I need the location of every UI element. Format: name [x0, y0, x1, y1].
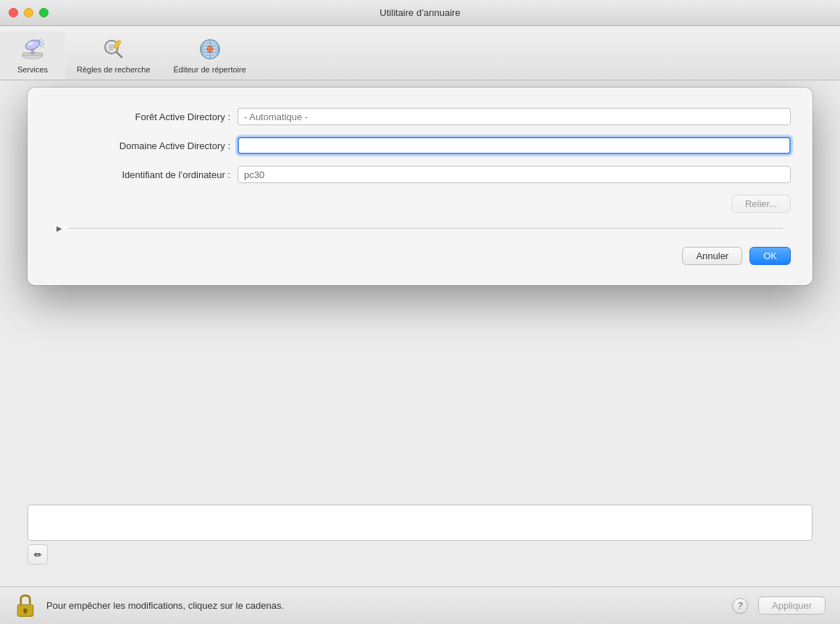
regles-tab-icon — [99, 35, 128, 64]
active-directory-dialog: Forêt Active Directory : Domaine Active … — [28, 88, 812, 285]
edit-button[interactable]: ✏ — [28, 544, 48, 565]
domaine-label: Domaine Active Directory : — [49, 140, 238, 151]
domaine-input[interactable] — [238, 137, 791, 154]
edit-button-row: ✏ — [28, 544, 48, 565]
toolbar: Services Règles de recher — [0, 26, 840, 80]
tab-services[interactable]: Services — [0, 32, 65, 80]
ok-button[interactable]: OK — [749, 247, 791, 265]
svg-point-3 — [25, 38, 41, 51]
main-content: Forêt Active Directory : Domaine Active … — [0, 80, 840, 624]
expand-section: ▶ — [49, 224, 791, 232]
tab-regles[interactable]: Règles de recherche — [65, 32, 162, 80]
titlebar: Utilitaire d’annuaire — [0, 0, 840, 26]
svg-rect-22 — [25, 610, 27, 614]
svg-line-7 — [117, 52, 122, 57]
close-button[interactable] — [9, 8, 18, 17]
annuler-button[interactable]: Annuler — [682, 247, 742, 265]
relier-row: Relier... — [49, 195, 791, 213]
svg-point-19 — [209, 48, 211, 51]
dialog-buttons: Annuler OK — [49, 247, 791, 265]
pencil-icon: ✏ — [34, 549, 42, 560]
domaine-row: Domaine Active Directory : — [49, 137, 791, 154]
window: Utilitaire d’annuaire — [0, 0, 840, 624]
bottom-bar: Pour empêcher les modifications, cliquez… — [0, 586, 840, 624]
window-controls — [9, 8, 49, 17]
tab-services-label: Services — [17, 65, 48, 74]
window-title: Utilitaire d’annuaire — [379, 7, 460, 18]
tab-editeur-label: Éditeur de répertoire — [174, 65, 246, 74]
lock-icon[interactable] — [14, 593, 36, 619]
tab-editeur[interactable]: Éditeur de répertoire — [162, 32, 258, 80]
maximize-button[interactable] — [39, 8, 49, 17]
appliquer-button[interactable]: Appliquer — [758, 596, 826, 615]
lock-description: Pour empêcher les modifications, cliquez… — [46, 600, 722, 611]
identifiant-label: Identifiant de l’ordinateur : — [49, 169, 238, 180]
foret-input[interactable] — [238, 108, 791, 125]
help-button[interactable]: ? — [732, 598, 748, 614]
tab-regles-label: Règles de recherche — [77, 65, 151, 74]
services-tab-icon — [18, 35, 47, 64]
divider-line — [68, 228, 784, 229]
foret-label: Forêt Active Directory : — [49, 111, 238, 122]
directory-table — [28, 505, 812, 541]
editeur-tab-icon — [196, 35, 224, 64]
help-icon: ? — [738, 601, 743, 611]
expand-triangle-icon[interactable]: ▶ — [56, 224, 62, 232]
minimize-button[interactable] — [24, 8, 33, 17]
foret-row: Forêt Active Directory : — [49, 108, 791, 125]
identifiant-input[interactable] — [238, 166, 791, 183]
identifiant-row: Identifiant de l’ordinateur : — [49, 166, 791, 183]
relier-button[interactable]: Relier... — [731, 195, 791, 213]
